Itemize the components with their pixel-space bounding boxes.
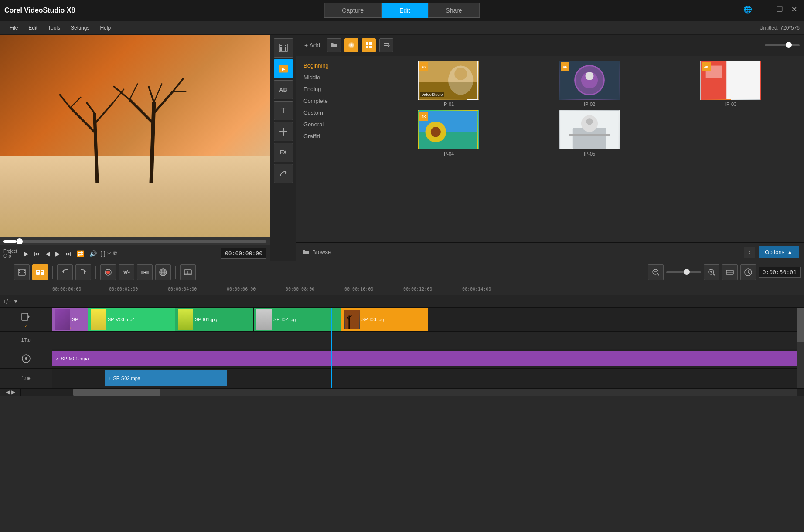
track-add-row: +/− ▼ [0,295,804,308]
thumbnail-ip05[interactable]: IP-05 [521,110,658,156]
clip-sp-v03[interactable]: SP-V03.mp4 [88,308,175,331]
svg-line-6 [86,102,95,113]
menu-edit[interactable]: Edit [23,23,43,33]
tool-fx[interactable] [274,122,293,141]
clip-sp-i01[interactable]: SP-I01.jpg [175,308,254,331]
skip-start-button[interactable]: ⏮ [32,249,42,258]
tool-film[interactable] [274,38,293,58]
minimize-button[interactable]: — [758,5,770,14]
tool-text[interactable]: AB [274,80,293,99]
category-graffiti[interactable]: Graffiti [296,130,375,142]
loop-button[interactable]: 🔁 [75,249,86,258]
clock-button[interactable] [740,264,756,280]
audio-button[interactable] [119,264,134,280]
redo-button[interactable] [75,264,91,280]
sort-button[interactable] [379,38,393,52]
thumb-label-ip04: IP-04 [443,151,454,156]
menu-help[interactable]: Help [95,23,116,33]
play-button[interactable]: ▶ [22,249,31,258]
title-overlay-button[interactable]: T [180,264,196,280]
browse-bar: Browse ‹ Options ▲ [296,242,804,261]
progress-bar-area[interactable] [0,237,270,245]
clip-sp-i03[interactable]: SP-I03.jpg [341,308,428,331]
thumbnail-ip04[interactable]: 4K IP-04 [379,110,517,156]
thumb-label-ip05: IP-05 [584,151,595,156]
redo-icon [79,268,88,277]
record-button[interactable] [100,264,116,280]
tool-effects[interactable]: FX [274,143,293,162]
prev-frame-button[interactable]: ◀ [44,249,52,258]
tab-capture[interactable]: Capture [324,3,382,18]
copy-button[interactable]: ⧉ [113,250,117,257]
menu-settings[interactable]: Settings [65,23,95,33]
category-general[interactable]: General [296,119,375,130]
mark-out-button[interactable]: ] [104,250,106,257]
tl-zoom-slider[interactable] [666,271,701,273]
caption-icon: T [281,106,286,115]
options-button[interactable]: Options ▲ [759,246,799,258]
category-middle[interactable]: Middle [296,71,375,83]
svg-line-93 [657,274,659,275]
fit-button[interactable] [722,264,738,280]
help-icon[interactable]: 🌐 [741,4,755,14]
svg-rect-60 [569,134,610,136]
menu-bar: File Edit Tools Settings Help Untitled, … [0,21,804,35]
volume-button[interactable]: 🔊 [88,249,99,258]
category-custom[interactable]: Custom [296,107,375,119]
category-complete[interactable]: Complete [296,95,375,107]
music-clip[interactable]: ♪ SP-M01.mpa [52,351,804,366]
transitions-button[interactable] [137,264,153,280]
add-track-button[interactable]: +/− [3,298,11,305]
zoom-slider[interactable] [765,44,800,46]
media-library-button[interactable] [344,38,358,52]
restore-button[interactable]: ❐ [774,4,785,14]
svg-line-102 [748,272,750,274]
effects-button[interactable] [155,264,171,280]
menu-tools[interactable]: Tools [43,23,65,33]
tl-hscroll[interactable] [73,389,797,396]
folder-button[interactable] [327,38,341,52]
tl-scrollbar-thumb[interactable] [797,308,804,342]
tool-curve[interactable] [274,164,293,183]
svg-marker-104 [28,315,30,319]
tool-caption[interactable]: T [274,101,293,120]
thumbnail-ip01[interactable]: 4K VideoStudio IP-01 [379,61,517,107]
tl-filmstrip-button[interactable] [14,264,30,280]
controls-area: Project Clip ▶ ⏮ ◀ ▶ ⏭ 🔁 🔊 [ ] ✂ ⧉ 00:00… [0,245,270,261]
ruler-mark-5: 00:00:10:00 [344,287,373,291]
clip-sp-i02[interactable]: SP-I02.jpg [254,308,341,331]
skip-end-button[interactable]: ⏭ [64,249,73,258]
text-track-icon: 1T⊕ [21,337,31,343]
close-button[interactable]: ✕ [789,4,800,14]
svg-rect-82 [141,271,144,274]
browse-button[interactable]: Browse [302,248,331,256]
collapse-panel-button[interactable]: ‹ [744,247,755,258]
undo-button[interactable] [57,264,73,280]
tl-prev-button[interactable]: ◀ [6,389,10,395]
add-button[interactable]: + Add [301,40,324,51]
zoom-in-button[interactable] [704,264,719,280]
tl-scrollbar[interactable] [797,308,804,388]
menu-file[interactable]: File [4,23,23,33]
thumbnail-ip03[interactable]: 4K IP-03 [662,61,800,107]
mark-in-button[interactable]: [ [100,250,102,257]
grip-dots-1: ⋮⋮ [3,270,11,274]
tool-title[interactable]: ▶ [274,59,293,78]
view-toggle-button[interactable] [362,38,376,52]
tab-share[interactable]: Share [428,3,480,18]
tl-storyboard-button[interactable] [32,264,48,280]
grid-icon [365,41,373,49]
category-beginning[interactable]: Beginning [296,60,375,71]
clip-sp[interactable]: SP ♪ [52,308,88,331]
sound-note-icon: ♪ [108,376,111,381]
cut-button[interactable]: ✂ [107,250,112,257]
tab-edit[interactable]: Edit [382,3,428,18]
thumbnail-ip02[interactable]: 4K IP-02 [521,61,658,107]
next-frame-button[interactable]: ▶ [54,249,62,258]
tl-next-button[interactable]: ▶ [11,389,15,395]
category-ending[interactable]: Ending [296,83,375,95]
zoom-out-button[interactable] [648,264,664,280]
progress-track[interactable] [3,240,266,243]
sound-clip[interactable]: ♪ SP-S02.mpa [105,370,227,386]
main-area: Project Clip ▶ ⏮ ◀ ▶ ⏭ 🔁 🔊 [ ] ✂ ⧉ 00:00… [0,35,804,261]
